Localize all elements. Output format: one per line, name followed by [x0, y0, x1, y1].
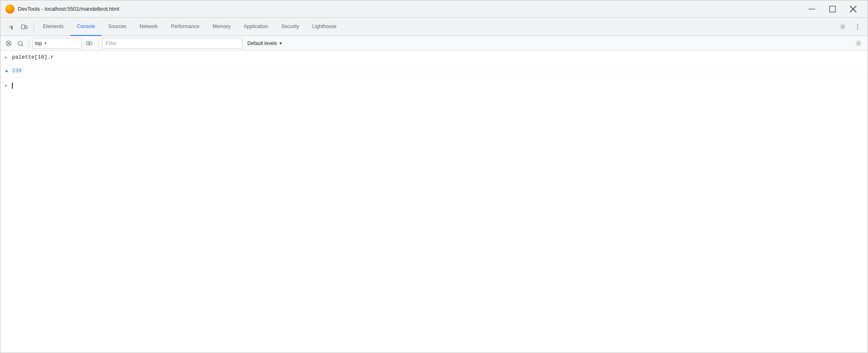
svg-rect-4: [11, 28, 13, 29]
filter-button[interactable]: [15, 38, 25, 48]
toolbar-right: [836, 21, 864, 33]
toolbar-divider-1: [33, 22, 34, 32]
levels-arrow: ▼: [279, 41, 282, 45]
svg-point-7: [23, 28, 23, 28]
svg-point-11: [857, 26, 858, 27]
context-label: top: [35, 40, 42, 46]
entry-text-2: 239: [12, 68, 21, 74]
console-toolbar: top ▼ Default levels ▼: [0, 36, 868, 51]
console-divider-2: [98, 39, 99, 47]
console-input-line: ▶: [0, 78, 868, 93]
device-toolbar-button[interactable]: [18, 21, 31, 33]
tab-memory[interactable]: Memory: [206, 18, 237, 36]
filter-input[interactable]: [102, 38, 242, 49]
settings-button[interactable]: [836, 21, 849, 33]
maximize-button[interactable]: [823, 2, 842, 16]
svg-point-12: [857, 28, 858, 29]
context-selector[interactable]: top ▼: [32, 38, 82, 49]
levels-label: Default levels: [247, 40, 277, 46]
entry-content-1: palette[10].r: [12, 52, 864, 63]
tab-performance[interactable]: Performance: [164, 18, 206, 36]
minimize-button[interactable]: [802, 2, 821, 16]
tab-lighthouse[interactable]: Lighthouse: [306, 18, 343, 36]
devtools-window: DevTools - localhost:5501/mandelbrot.htm…: [0, 0, 868, 353]
tab-elements[interactable]: Elements: [36, 18, 70, 36]
tab-bar: Elements Console Sources Network Perform…: [36, 18, 835, 36]
entry-arrow-2[interactable]: ◀: [0, 65, 12, 77]
console-divider-1: [28, 39, 29, 47]
context-dropdown-arrow: ▼: [44, 41, 47, 45]
inspect-element-button[interactable]: [4, 21, 17, 33]
log-levels-button[interactable]: Default levels ▼: [244, 38, 286, 49]
console-entry-input: ▶ palette[10].r: [0, 51, 868, 64]
title-bar-left: DevTools - localhost:5501/mandelbrot.htm…: [5, 5, 119, 14]
console-output[interactable]: ▶ palette[10].r ◀ 239 ▶: [0, 51, 868, 353]
svg-point-10: [857, 24, 858, 25]
live-expressions-button[interactable]: [83, 38, 95, 49]
window-controls: [802, 2, 863, 16]
svg-line-17: [22, 45, 23, 46]
more-tools-button[interactable]: [851, 21, 864, 33]
console-entry-output: ◀ 239: [0, 64, 868, 78]
svg-point-20: [858, 43, 859, 44]
devtools-icon: [5, 5, 14, 14]
clear-console-button[interactable]: [4, 38, 14, 48]
entry-text-1: palette[10].r: [12, 54, 54, 60]
svg-rect-0: [809, 9, 815, 9]
tab-sources[interactable]: Sources: [102, 18, 133, 36]
close-button[interactable]: [844, 2, 863, 16]
tab-security[interactable]: Security: [275, 18, 306, 36]
entry-content-2: 239: [12, 65, 864, 77]
svg-rect-1: [830, 6, 835, 12]
input-prompt-arrow: ▶: [0, 80, 12, 91]
tab-application[interactable]: Application: [237, 18, 275, 36]
svg-point-8: [26, 27, 26, 28]
title-bar: DevTools - localhost:5501/mandelbrot.htm…: [0, 0, 868, 18]
entry-arrow-1[interactable]: ▶: [0, 52, 12, 63]
window-title: DevTools - localhost:5501/mandelbrot.htm…: [18, 6, 119, 12]
console-settings-button[interactable]: [853, 38, 864, 49]
tab-network[interactable]: Network: [133, 18, 164, 36]
svg-point-9: [842, 26, 844, 28]
console-cursor: [12, 83, 13, 89]
main-toolbar: Elements Console Sources Network Perform…: [0, 18, 868, 36]
tab-console[interactable]: Console: [70, 18, 102, 36]
svg-point-19: [88, 43, 90, 44]
